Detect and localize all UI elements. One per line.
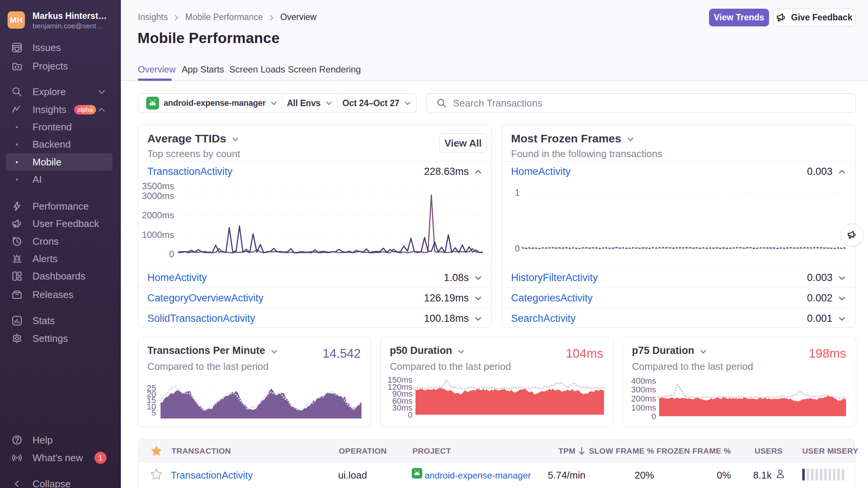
svg-text:200ms: 200ms — [631, 394, 656, 403]
svg-text:100ms: 100ms — [631, 403, 656, 412]
svg-text:0: 0 — [169, 249, 174, 259]
svg-text:0: 0 — [408, 410, 412, 420]
svg-text:5: 5 — [151, 408, 156, 417]
svg-text:3500ms: 3500ms — [142, 181, 174, 191]
svg-text:2000ms: 2000ms — [142, 210, 174, 220]
svg-text:3000ms: 3000ms — [142, 191, 174, 201]
svg-text:0: 0 — [652, 412, 656, 421]
svg-text:1: 1 — [515, 187, 520, 198]
svg-text:300ms: 300ms — [631, 385, 656, 394]
svg-text:400ms: 400ms — [631, 376, 656, 386]
svg-text:0: 0 — [515, 243, 520, 253]
svg-text:1000ms: 1000ms — [142, 230, 174, 240]
